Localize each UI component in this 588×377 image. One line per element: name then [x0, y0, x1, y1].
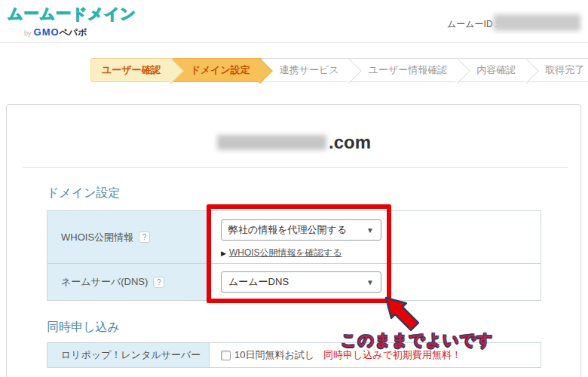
whois-label-cell: WHOIS公開情報 ?	[47, 211, 210, 263]
highlight-rectangle	[207, 204, 391, 303]
annotation-arrow-icon	[383, 296, 427, 334]
annotation-text: このままでよいです	[341, 329, 493, 351]
logo-title: ムームードメイン	[8, 4, 136, 24]
logo-subtitle: byGMOペパボ	[8, 25, 136, 39]
logo-pepabo: ペパボ	[60, 27, 87, 38]
muumuu-id-label: ムームーID :	[447, 18, 498, 31]
lolipop-label: ロリポップ！レンタルサーバー	[61, 348, 201, 362]
whois-label: WHOIS公開情報	[61, 231, 133, 244]
domain-name-blurred	[217, 135, 326, 150]
trial-checkbox[interactable]	[221, 351, 231, 360]
lolipop-label-cell: ロリポップ！レンタルサーバー	[47, 343, 210, 367]
step-user-confirm: ユーザー確認	[90, 58, 173, 82]
app-logo[interactable]: ムームードメイン byGMOペパボ	[8, 4, 136, 39]
logo-gmo: GMO	[34, 26, 60, 38]
domain-settings-heading: ドメイン設定	[47, 185, 121, 201]
header: ムームードメイン byGMOペパボ ムームーID :	[0, 0, 588, 43]
trial-checkbox-label: 10日間無料お試し	[234, 348, 314, 362]
domain-title: .com	[0, 132, 588, 153]
simultaneous-apply-heading: 同時申し込み	[47, 320, 120, 336]
step-user-info-confirm: ユーザー情報確認	[351, 58, 459, 82]
help-icon[interactable]: ?	[139, 231, 150, 243]
step-domain-settings: ドメイン設定	[173, 58, 262, 82]
divider	[23, 167, 568, 168]
logo-by: by	[24, 29, 32, 37]
dns-label: ネームサーバ(DNS)	[61, 275, 148, 289]
muumuu-id-blurred-value	[494, 14, 580, 31]
step-navigation: ユーザー確認 ドメイン設定 連携サービス ユーザー情報確認 内容確認 取得完了	[90, 58, 588, 82]
domain-suffix: .com	[329, 132, 371, 152]
step-linked-services: 連携サービス	[262, 58, 351, 82]
dns-label-cell: ネームサーバ(DNS) ?	[47, 264, 210, 300]
help-icon[interactable]: ?	[153, 277, 164, 288]
